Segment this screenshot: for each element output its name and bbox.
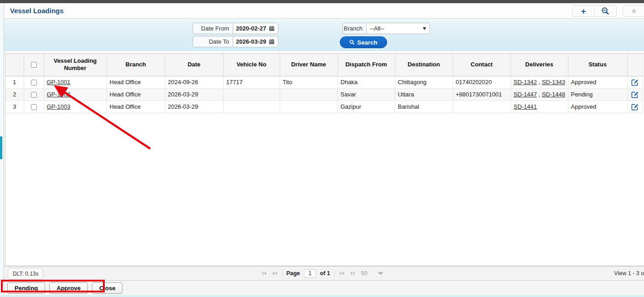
title-bar: Vessel Loadings + ★ (4, 3, 644, 19)
contact-cell (453, 101, 511, 113)
edit-icon[interactable] (631, 103, 639, 111)
date-cell: 2026-03-29 (165, 101, 223, 113)
column-header-destination[interactable]: Destination (395, 54, 453, 76)
column-header-deliveries[interactable]: Deliveries (511, 54, 568, 76)
page-input[interactable] (304, 269, 316, 278)
column-header-date[interactable]: Date (165, 54, 223, 76)
calendar-icon[interactable] (269, 25, 275, 31)
row-number-cell: 3 (5, 101, 24, 113)
prev-page-button[interactable] (271, 271, 278, 276)
driver-name-cell (280, 88, 337, 101)
row-number-header (5, 54, 24, 76)
vessel-loading-number-link[interactable]: GP-1003 (47, 103, 71, 110)
status-cell: Approved (568, 76, 627, 88)
row-checkbox-cell[interactable] (24, 76, 44, 88)
delivery-link[interactable]: SD-1448 (542, 91, 565, 98)
vehicle-no-cell (223, 101, 280, 113)
date-from-input[interactable]: 2020-02-27 (233, 23, 278, 34)
vehicle-no-cell (223, 88, 280, 101)
delivery-link[interactable]: SD-1343 (542, 79, 565, 86)
driver-name-cell (280, 101, 337, 113)
table-body: 1 GP-1001 Head Office 2024-09-26 17717 T… (5, 76, 643, 113)
edit-cell[interactable] (627, 76, 643, 88)
search-toggle-button[interactable] (594, 5, 616, 16)
date-to-input[interactable]: 2026-03-29 (233, 36, 278, 47)
approve-button[interactable]: Approve (49, 282, 88, 294)
first-page-button[interactable] (261, 271, 267, 276)
date-to-value: 2026-03-29 (236, 38, 266, 45)
table-row[interactable]: 2 GP-1002 Head Office 2026-03-29 Savar U… (5, 88, 643, 101)
date-from-value: 2020-02-27 (236, 25, 266, 32)
favorite-group: ★ (623, 5, 644, 17)
edit-icon[interactable] (631, 79, 639, 86)
vessel-loadings-panel: Vessel Loadings + ★ Date From 2020- (4, 3, 644, 295)
vessel-loading-number-link[interactable]: GP-1002 (47, 91, 71, 98)
row-checkbox-cell[interactable] (24, 101, 44, 113)
deliveries-cell: SD-1447 , SD-1448 (511, 88, 568, 101)
dispatch-from-cell: Gazipur (337, 101, 395, 113)
column-header-driver-name[interactable]: Driver Name (280, 54, 337, 76)
calendar-icon[interactable] (269, 39, 275, 45)
destination-cell: Uttara (395, 88, 453, 101)
page-title: Vessel Loadings (10, 7, 64, 15)
footer-action-bar: Pending Approve Close (4, 281, 644, 295)
pager-controls: Page of 1 50 (261, 267, 382, 280)
row-number-cell: 1 (5, 76, 24, 88)
branch-select[interactable]: --All-- (366, 23, 430, 34)
deliveries-cell: SD-1441 (511, 101, 568, 113)
dlt-badge: DLT: 0.13s (8, 268, 43, 280)
date-cell: 2026-03-29 (165, 88, 223, 101)
status-cell: Pending (568, 88, 627, 101)
pending-button[interactable]: Pending (7, 282, 45, 294)
search-button-label: Search (357, 39, 377, 46)
pager-divider (334, 269, 335, 277)
delivery-link[interactable]: SD-1447 (514, 91, 537, 98)
row-checkbox[interactable] (31, 80, 37, 86)
deliveries-cell: SD-1342 , SD-1343 (511, 76, 568, 88)
search-minus-icon (601, 7, 610, 15)
edit-icon[interactable] (631, 91, 639, 98)
bottom-strip (0, 295, 644, 297)
vessel-loading-number-cell: GP-1003 (44, 101, 107, 113)
row-checkbox[interactable] (31, 92, 37, 98)
vessel-loading-number-link[interactable]: GP-1001 (47, 79, 71, 86)
branch-label: Branch (342, 23, 366, 34)
next-page-icon (340, 272, 342, 275)
contact-cell: +8801730071001 (453, 88, 511, 101)
date-from-label: Date From (193, 23, 233, 34)
add-button[interactable]: + (572, 5, 594, 16)
close-button[interactable]: Close (92, 282, 123, 294)
edit-cell[interactable] (627, 88, 643, 101)
favorite-button[interactable]: ★ (623, 5, 644, 16)
table-row[interactable]: 3 GP-1003 Head Office 2026-03-29 Gazipur… (5, 101, 643, 113)
pager-bar: DLT: 0.13s Page of 1 50 View 1 - 3 of 3 (4, 266, 644, 281)
window-top-strip (0, 0, 644, 3)
vessel-loading-number-cell: GP-1002 (44, 88, 107, 101)
page-size-dropdown-chevron-icon[interactable] (378, 270, 383, 274)
search-button[interactable]: Search (340, 36, 387, 48)
column-header-status[interactable]: Status (568, 54, 627, 76)
column-header-branch[interactable]: Branch (107, 54, 165, 76)
date-from-field: Date From 2020-02-27 (193, 23, 278, 34)
branch-cell: Head Office (107, 101, 165, 113)
column-header-contact[interactable]: Contact (453, 54, 511, 76)
date-to-field: Date To 2026-03-29 (193, 36, 278, 47)
table-row[interactable]: 1 GP-1001 Head Office 2024-09-26 17717 T… (5, 76, 643, 88)
title-actions-group: + (572, 5, 617, 17)
row-checkbox-cell[interactable] (24, 88, 44, 101)
status-cell: Approved (568, 101, 627, 113)
delivery-link[interactable]: SD-1342 (514, 79, 537, 86)
column-header-vessel-loading-number[interactable]: Vessel Loading Number (44, 54, 107, 76)
search-icon (349, 40, 355, 45)
row-checkbox[interactable] (31, 104, 37, 110)
next-page-button[interactable] (339, 271, 346, 276)
last-page-button[interactable] (350, 271, 355, 276)
select-all-checkbox[interactable] (31, 62, 37, 68)
column-header-vehicle-no[interactable]: Vehicle No (223, 54, 280, 76)
row-number: 2 (13, 91, 16, 98)
edit-cell[interactable] (627, 101, 643, 113)
side-panel-tab[interactable] (0, 136, 2, 159)
contact-cell: 01740202020 (453, 76, 511, 88)
delivery-link[interactable]: SD-1441 (514, 103, 537, 110)
column-header-dispatch-from[interactable]: Dispatch From (337, 54, 395, 76)
